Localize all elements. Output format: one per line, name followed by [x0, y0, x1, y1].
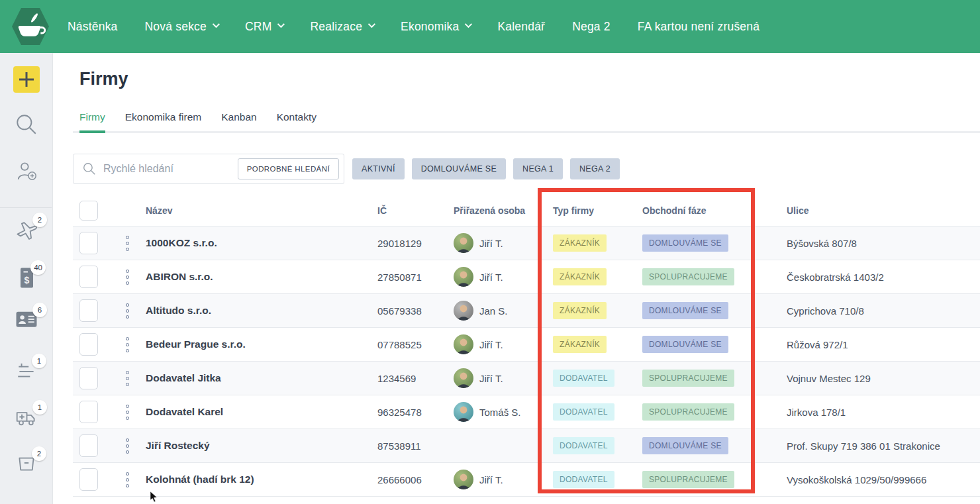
- filter-chip-nega-1[interactable]: NEGA 1: [513, 158, 563, 179]
- svg-text:$: $: [24, 275, 30, 285]
- column-header-faze[interactable]: Obchodní fáze: [642, 205, 787, 216]
- company-ic: 1234569: [377, 373, 454, 384]
- company-type-badge-cell: ZÁKAZNÍK: [553, 234, 642, 252]
- sidebar-add-person-button[interactable]: [16, 160, 37, 184]
- table-row[interactable]: Bedeur Prague s.r.o. 07788525 Jiří T. ZÁ…: [73, 327, 980, 361]
- row-checkbox[interactable]: [79, 333, 98, 356]
- street-address: Býšovská 807/8: [787, 238, 980, 249]
- street-address: Českobratrská 1403/2: [787, 272, 980, 283]
- nav-item-realizace[interactable]: Realizace: [310, 20, 373, 34]
- row-drag-handle-icon[interactable]: [119, 370, 135, 387]
- company-ic: 96325478: [377, 407, 454, 418]
- company-name[interactable]: Dodavatel Jitka: [146, 372, 377, 384]
- row-drag-handle-icon[interactable]: [119, 336, 135, 354]
- row-drag-handle-icon[interactable]: [119, 403, 135, 421]
- nav-item-label: Nová sekce: [145, 20, 207, 34]
- table-row[interactable]: Dodavatel Jitka 1234569 Jiří T. DODAVATE…: [73, 361, 980, 395]
- nav-item-label: FA kartou není zrušená: [638, 20, 760, 34]
- company-name[interactable]: ABIRON s.r.o.: [146, 271, 377, 283]
- add-new-button[interactable]: [13, 66, 40, 93]
- nav-item-nova-sekce[interactable]: Nová sekce: [145, 20, 218, 34]
- company-name[interactable]: 1000KOZ s.r.o.: [146, 237, 377, 249]
- tab-bar: FirmyEkonomika firemKanbanKontakty: [73, 111, 980, 133]
- table-row[interactable]: Dodavatel Karel 96325478 Tomáš S. DODAVA…: [73, 395, 980, 428]
- filter-chip-aktivni[interactable]: AKTIVNÍ: [352, 158, 405, 179]
- business-phase-badge: DOMLOUVÁME SE: [642, 437, 728, 454]
- person-name: Jiří T.: [479, 238, 503, 249]
- avatar: [454, 267, 473, 287]
- business-phase-badge: DOMLOUVÁME SE: [642, 302, 728, 319]
- company-name[interactable]: Jiří Rostecký: [146, 440, 377, 452]
- column-header-ic[interactable]: IČ: [377, 205, 454, 216]
- avatar: [454, 470, 473, 489]
- count-badge: 1: [32, 400, 47, 415]
- row-drag-handle-icon[interactable]: [119, 437, 135, 455]
- nav-item-label: Realizace: [310, 20, 362, 34]
- row-drag-handle-icon[interactable]: [119, 471, 135, 489]
- nav-item-nega-2[interactable]: Nega 2: [572, 20, 611, 34]
- nav-item-label: Ekonomika: [401, 20, 459, 34]
- nav-item-crm[interactable]: CRM: [245, 20, 283, 34]
- row-drag-handle-icon[interactable]: [119, 302, 135, 320]
- sidebar-ambulance-button[interactable]: 1: [15, 406, 38, 431]
- tab-firmy[interactable]: Firmy: [79, 111, 105, 131]
- sidebar-contact-card-button[interactable]: 6: [15, 309, 38, 332]
- company-name[interactable]: Dodavatel Karel: [146, 406, 377, 418]
- nav-item-label: Nástěnka: [68, 20, 118, 34]
- select-all-checkbox[interactable]: [79, 201, 98, 221]
- filter-chip-nega-2[interactable]: NEGA 2: [570, 158, 620, 179]
- tab-ekonomika-firem[interactable]: Ekonomika firem: [125, 111, 201, 131]
- count-badge: 40: [30, 260, 46, 275]
- company-name[interactable]: Altitudo s.r.o.: [146, 305, 377, 317]
- search-icon: [82, 162, 97, 176]
- nav-item-nastenka[interactable]: Nástěnka: [68, 20, 118, 34]
- row-checkbox[interactable]: [79, 299, 98, 322]
- column-header-ulice[interactable]: Ulice: [787, 205, 980, 216]
- filter-chips: AKTIVNÍDOMLOUVÁME SENEGA 1NEGA 2: [352, 158, 620, 179]
- column-header-typ[interactable]: Typ firmy: [553, 205, 642, 216]
- filter-chip-domlouvame-se[interactable]: DOMLOUVÁME SE: [412, 158, 506, 179]
- count-badge: 6: [32, 303, 47, 317]
- row-checkbox[interactable]: [79, 434, 98, 457]
- tab-kanban[interactable]: Kanban: [221, 111, 256, 131]
- assigned-person: Jan S.: [454, 301, 553, 321]
- sidebar-archive-box-button[interactable]: 2: [15, 452, 38, 476]
- nav-item-kalendar[interactable]: Kalendář: [497, 20, 545, 34]
- sidebar-filter-lines-button[interactable]: 1: [15, 360, 38, 385]
- street-address: Cyprichova 710/8: [787, 305, 980, 317]
- company-ic: 05679338: [377, 305, 454, 317]
- sidebar-plane-button[interactable]: 2: [15, 219, 38, 245]
- business-phase-badge-cell: SPOLUPRACUJEME: [642, 403, 787, 421]
- table-row[interactable]: ABIRON s.r.o. 27850871 Jiří T. ZÁKAZNÍK …: [73, 260, 980, 293]
- row-checkbox[interactable]: [79, 367, 98, 389]
- business-phase-badge-cell: DOMLOUVÁME SE: [642, 234, 787, 252]
- company-type-badge-cell: DODAVATEL: [553, 403, 642, 421]
- table-row[interactable]: Altitudo s.r.o. 05679338 Jan S. ZÁKAZNÍK…: [73, 293, 980, 327]
- app-logo-icon[interactable]: [9, 5, 52, 48]
- table-row[interactable]: Jiří Rostecký 87538911 DODAVATEL DOMLOUV…: [73, 428, 980, 462]
- row-checkbox[interactable]: [79, 266, 98, 288]
- nav-item-fa-kartou-neni-zrusena[interactable]: FA kartou není zrušená: [638, 20, 760, 34]
- advanced-search-button[interactable]: PODROBNÉ HLEDÁNÍ: [238, 158, 339, 179]
- tab-kontakty[interactable]: Kontakty: [277, 111, 317, 131]
- column-header-osoba[interactable]: Přiřazená osoba: [454, 205, 553, 216]
- table-row[interactable]: Kolohnát (hadí brk 12) 26666006 Jiří T. …: [73, 462, 980, 496]
- column-header-nazev[interactable]: Název: [146, 205, 377, 216]
- table-row[interactable]: 1000KOZ s.r.o. 29018129 Jiří T. ZÁKAZNÍK…: [73, 226, 980, 260]
- row-checkbox[interactable]: [79, 401, 98, 423]
- row-drag-handle-icon[interactable]: [119, 268, 135, 286]
- row-checkbox[interactable]: [79, 468, 98, 491]
- sidebar-invoice-button[interactable]: $40: [16, 266, 37, 293]
- sidebar-search-button[interactable]: [15, 113, 38, 139]
- row-drag-handle-icon[interactable]: [119, 234, 135, 252]
- nav-item-ekonomika[interactable]: Ekonomika: [401, 20, 470, 34]
- company-name[interactable]: Bedeur Prague s.r.o.: [146, 338, 377, 350]
- quick-search-input[interactable]: [103, 163, 238, 175]
- chevron-down-icon: [465, 21, 472, 28]
- assigned-person: Jiří T.: [454, 267, 553, 287]
- row-checkbox[interactable]: [79, 232, 98, 254]
- company-type-badge-cell: DODAVATEL: [553, 471, 642, 488]
- company-type-badge: DODAVATEL: [553, 437, 614, 454]
- table-header: Název IČ Přiřazená osoba Typ firmy Obcho…: [73, 195, 980, 226]
- company-name[interactable]: Kolohnát (hadí brk 12): [146, 474, 377, 485]
